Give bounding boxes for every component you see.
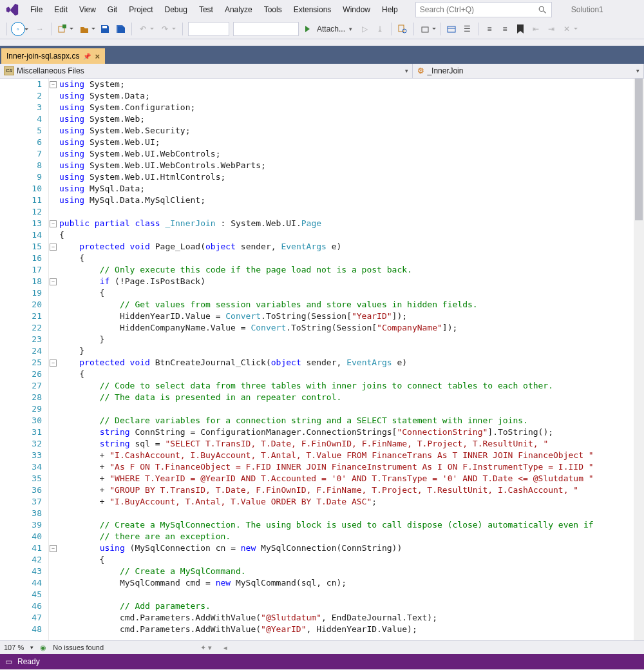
code-line[interactable]: cmd.Parameters.AddWithValue("@Slutdatum"… [59,612,644,624]
code-line[interactable]: string ConnString = ConfigurationManager… [59,426,644,438]
comment-button[interactable]: ☰ [460,22,474,36]
save-all-button[interactable] [113,22,128,36]
menu-edit[interactable]: Edit [48,3,73,17]
step-button[interactable]: ⤓ [373,22,387,36]
code-line[interactable]: HiddenYearID.Value = Convert.ToString(Se… [59,311,644,322]
nav-forward-button[interactable]: → [33,22,47,36]
menu-git[interactable]: Git [102,3,123,17]
search-box[interactable] [415,2,552,17]
menu-test[interactable]: Test [193,3,219,17]
bookmark-button[interactable] [513,22,527,36]
code-line[interactable]: protected void BtnCreateJournal_Click(ob… [59,357,644,368]
menu-file[interactable]: File [24,3,48,17]
next-bookmark-button[interactable]: ⇥ [544,22,558,36]
prev-bookmark-button[interactable]: ⇤ [529,22,543,36]
code-line[interactable] [59,403,644,415]
code-line[interactable]: { [59,229,644,241]
code-editor[interactable]: 1234567891011121314151617181920212223242… [0,79,644,640]
find-in-files-button[interactable] [395,22,410,36]
code-line[interactable]: using System.Web.UI; [59,137,644,148]
output-icon[interactable]: ▭ [5,657,12,666]
code-line[interactable]: // Code to select data from three tables… [59,380,644,392]
vertical-scrollbar[interactable] [634,79,644,640]
code-line[interactable]: { [59,368,644,380]
nav-scope-combo[interactable]: C# Miscellaneous Files ▾ [0,64,413,78]
new-item-button[interactable] [55,22,70,36]
live-share-button[interactable] [418,22,432,36]
code-line[interactable]: + "I.BuyAccount, T.Antal, T.Value ORDER … [59,496,644,508]
brush-icon[interactable]: ✦ ▾ [200,644,212,652]
code-line[interactable]: using System.Configuration; [59,102,644,113]
code-line[interactable]: + "I.CashAccount, I.BuyAccount, T.Antal,… [59,450,644,461]
code-line[interactable]: + "As F ON T.FinanceObject = F.FID INNER… [59,461,644,473]
fold-toggle[interactable]: − [50,81,57,88]
indent-more-button[interactable]: ≡ [498,22,512,36]
code-line[interactable]: { [59,287,644,299]
code-line[interactable]: HiddenCompanyName.Value = Convert.ToStri… [59,322,644,334]
code-line[interactable]: + "WHERE T.YearID = @YearID AND T.Accoun… [59,473,644,484]
code-line[interactable]: using (MySqlConnection cn = new MySqlCon… [59,542,644,554]
code-line[interactable]: } [59,334,644,345]
code-line[interactable] [59,589,644,600]
nav-back-button[interactable]: ◦ [11,22,25,36]
code-line[interactable]: } [59,345,644,357]
fold-toggle[interactable]: − [50,278,57,285]
menu-tools[interactable]: Tools [258,3,288,17]
fold-toggle[interactable]: − [50,244,57,251]
code-line[interactable]: using System.Web.UI.HtmlControls; [59,171,644,183]
code-line[interactable]: cmd.Parameters.AddWithValue("@YearID", H… [59,624,644,635]
debug-target-button[interactable]: ▷ [357,22,372,36]
code-line[interactable]: // The data is presented in an repeater … [59,392,644,403]
menu-debug[interactable]: Debug [159,3,193,17]
attach-button[interactable]: Attach...▾ [301,22,356,36]
issues-text[interactable]: No issues found [53,644,104,651]
code-line[interactable]: public partial class _InnerJoin : System… [59,218,644,229]
code-line[interactable]: using System.Web.UI.WebControls; [59,148,644,160]
code-line[interactable]: + "GROUP BY T.TransID, T.Date, F.FinOwnI… [59,484,644,496]
fold-toggle[interactable]: − [50,220,57,227]
code-line[interactable]: using System.Web.UI.WebControls.WebParts… [59,160,644,171]
code-line[interactable]: // Create a MySqlCommand. [59,566,644,577]
platform-combo[interactable] [233,22,299,36]
code-line[interactable]: { [59,554,644,566]
code-line[interactable]: using MySql.Data; [59,183,644,195]
solution-name[interactable]: Solution1 [564,3,611,17]
document-tab[interactable]: Inner-join-sql.aspx.cs 📌 × [1,48,105,64]
code-line[interactable] [59,508,644,519]
code-line[interactable]: // Get values from session variables and… [59,299,644,311]
undo-button[interactable]: ↶ [136,22,150,36]
zoom-level[interactable]: 107 % [4,644,24,651]
scroll-thumb[interactable] [635,79,643,220]
redo-button[interactable]: ↷ [158,22,172,36]
menu-view[interactable]: View [73,3,102,17]
menu-extensions[interactable]: Extensions [288,3,337,17]
code-line[interactable]: // there are an exception. [59,531,644,542]
code-line[interactable]: using MySql.Data.MySqlClient; [59,195,644,206]
indent-less-button[interactable]: ≡ [482,22,497,36]
code-line[interactable]: using System; [59,79,644,90]
code-line[interactable]: MySqlCommand cmd = new MySqlCommand(sql,… [59,577,644,589]
open-button[interactable] [77,22,91,36]
code-line[interactable] [59,206,644,218]
code-line[interactable]: // Declare variables for a connection st… [59,415,644,426]
code-area[interactable]: using System;using System.Data;using Sys… [58,79,644,640]
code-line[interactable]: // Create a MySqlConnection. The using b… [59,519,644,531]
toolbox-button[interactable] [444,22,459,36]
menu-help[interactable]: Help [376,3,404,17]
code-line[interactable]: using System.Web.Security; [59,125,644,137]
code-line[interactable]: protected void Page_Load(object sender, … [59,241,644,253]
search-input[interactable] [416,5,537,14]
code-line[interactable]: if (!Page.IsPostBack) [59,276,644,287]
pin-icon[interactable]: 📌 [83,53,91,60]
code-line[interactable]: using System.Data; [59,90,644,102]
close-icon[interactable]: × [95,52,100,61]
code-line[interactable]: using System.Web; [59,113,644,125]
save-button[interactable] [98,22,112,36]
code-line[interactable]: // Only execute this code if the page lo… [59,264,644,276]
menu-analyze[interactable]: Analyze [219,3,258,17]
fold-toggle[interactable]: − [50,545,57,552]
fold-toggle[interactable]: − [50,359,57,367]
clear-bookmarks-button[interactable]: ✕ [560,22,574,36]
code-line[interactable]: string sql = "SELECT T.TransID, T.Date, … [59,438,644,450]
code-line[interactable]: { [59,253,644,264]
